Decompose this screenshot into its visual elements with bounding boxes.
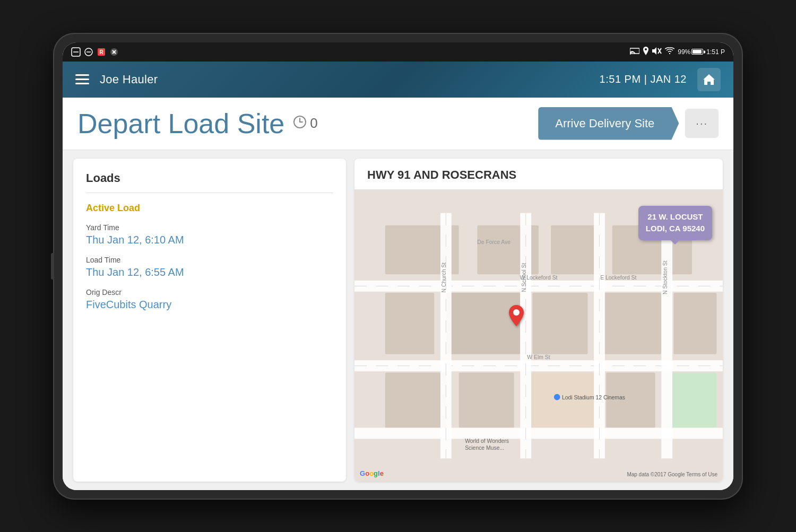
content-area: Loads Active Load Yard Time Thu Jan 12, … [63,150,733,490]
yard-time-value: Thu Jan 12, 6:10 AM [86,234,333,246]
mute-icon [652,47,662,56]
action-bar: Depart Load Site 0 Arrive Deliv [63,98,733,150]
header-right: 1:51 PM | JAN 12 [600,68,721,91]
svg-rect-42 [594,213,605,458]
home-button[interactable] [697,68,721,91]
svg-point-11 [645,48,647,50]
status-bar: R [63,42,733,62]
svg-text:R: R [99,49,103,55]
svg-rect-32 [668,372,717,428]
map-panel: HWY 91 AND ROSECRANS [354,159,723,482]
page-title: Depart Load Site 0 [77,108,318,139]
menu-button[interactable] [75,74,89,84]
svg-rect-28 [385,372,447,428]
app-icon-4 [109,47,119,57]
svg-text:N Stockton St: N Stockton St [662,260,668,294]
status-time: 1:51 P [706,48,725,56]
svg-rect-26 [600,293,662,354]
map-address-line1: 21 W. LOCUST [646,211,705,223]
map-copyright: Map data ©2017 Google Terms of Use [627,472,717,477]
svg-text:World of Wonders: World of Wonders [465,438,509,444]
map-address-tooltip: 21 W. LOCUST LODI, CA 95240 [638,206,712,240]
orig-descr-group: Orig Descr FiveCubits Quarry [86,288,333,311]
arrive-delivery-site-button[interactable]: Arrive Delivery Site [538,107,679,140]
clock-icon [293,115,307,132]
map-location-pin [509,305,524,330]
svg-text:Science Muse...: Science Muse... [465,445,504,451]
badge-count: 0 [310,115,317,132]
svg-text:W Elm St: W Elm St [527,354,550,360]
side-button[interactable] [51,253,54,280]
battery-icon [691,49,703,55]
battery-percent: 99% [678,48,690,56]
svg-text:N Church St: N Church St [441,262,447,292]
status-bar-left: R [71,47,119,57]
tablet-screen: R [63,42,733,490]
svg-rect-27 [673,293,716,354]
header-datetime: 1:51 PM | JAN 12 [600,73,687,85]
orig-descr-label: Orig Descr [86,288,333,296]
svg-text:W Lockeford St: W Lockeford St [520,274,558,280]
orig-descr-value: FiveCubits Quarry [86,299,333,311]
svg-rect-29 [459,372,514,428]
map-panel-title: HWY 91 AND ROSECRANS [354,159,723,190]
svg-text:Lodi Stadium 12 Cinemas: Lodi Stadium 12 Cinemas [562,395,625,400]
svg-text:E Lockeford St: E Lockeford St [600,274,636,280]
google-logo: Google [360,469,384,477]
more-options-button[interactable]: ··· [685,109,719,138]
status-bar-right: 99% 1:51 P [630,47,725,57]
svg-rect-23 [385,293,435,354]
wifi-icon [665,47,674,56]
svg-rect-40 [520,213,531,458]
location-icon [643,47,649,57]
load-time-group: Load Time Thu Jan 12, 6:55 AM [86,256,333,278]
svg-rect-21 [551,225,600,274]
app-icon-3: R [97,47,106,57]
load-time-label: Load Time [86,256,333,264]
tablet-device: R [53,33,743,500]
svg-rect-44 [661,213,672,458]
svg-point-56 [513,309,520,316]
load-time-value: Thu Jan 12, 6:55 AM [86,266,333,278]
main-content: Depart Load Site 0 Arrive Deliv [63,98,733,490]
loads-panel-title: Loads [86,171,333,193]
yard-time-group: Yard Time Thu Jan 12, 6:10 AM [86,223,333,246]
battery-indicator: 99% [678,48,703,56]
svg-point-52 [554,394,560,400]
yard-time-label: Yard Time [86,223,333,232]
app-icon-1 [71,47,81,57]
svg-rect-38 [440,213,452,458]
action-buttons: Arrive Delivery Site ··· [538,107,719,140]
map-address-line2: LODI, CA 95240 [646,223,705,235]
active-load-label: Active Load [86,203,333,214]
app-icon-2 [84,47,93,57]
map-background: N Church St N School St N Stockton St W … [354,190,723,482]
svg-marker-12 [652,47,656,55]
svg-rect-25 [532,293,587,354]
svg-text:De Force Ave: De Force Ave [477,239,511,245]
app-header: Joe Hauler 1:51 PM | JAN 12 [63,62,733,98]
header-left: Joe Hauler [75,73,158,86]
title-badge: 0 [293,115,317,132]
cast-icon [630,47,639,56]
loads-panel: Loads Active Load Yard Time Thu Jan 12, … [73,159,346,482]
map-container[interactable]: N Church St N School St N Stockton St W … [354,190,723,482]
header-username: Joe Hauler [100,73,158,86]
